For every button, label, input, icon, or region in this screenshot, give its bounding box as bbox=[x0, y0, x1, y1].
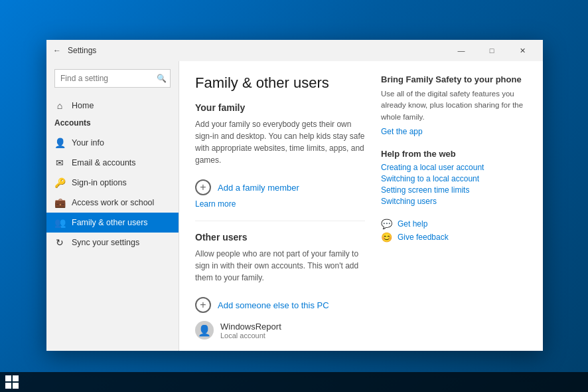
main-content: Family & other users Your family Add you… bbox=[179, 61, 543, 351]
add-family-button[interactable]: + Add a family member bbox=[195, 175, 365, 199]
home-icon: ⌂ bbox=[54, 100, 65, 111]
divider-1 bbox=[195, 221, 365, 221]
help-link-3[interactable]: Switching users bbox=[381, 197, 527, 206]
get-app-link[interactable]: Get the app bbox=[381, 127, 527, 136]
sidebar-label-family: Family & other users bbox=[72, 218, 148, 227]
maximize-button[interactable]: □ bbox=[477, 40, 507, 61]
sidebar-label-work: Access work or school bbox=[72, 198, 154, 207]
start-button[interactable] bbox=[5, 375, 19, 389]
sidebar-item-home[interactable]: ⌂ Home bbox=[46, 96, 179, 116]
settings-window: ← Settings — □ ✕ 🔍 ⌂ Home Accounts 👤 You… bbox=[46, 40, 543, 351]
sidebar-section-accounts: Accounts bbox=[46, 116, 179, 133]
window-controls: — □ ✕ bbox=[446, 40, 538, 61]
get-help-item[interactable]: 💬 Get help bbox=[381, 219, 527, 229]
family-safety-title: Bring Family Safety to your phone bbox=[381, 74, 527, 84]
title-bar-left: ← Settings bbox=[52, 45, 446, 56]
give-feedback-item[interactable]: 😊 Give feedback bbox=[381, 232, 527, 243]
add-user-icon: + bbox=[195, 297, 211, 313]
other-users-desc: Allow people who are not part of your fa… bbox=[195, 248, 365, 284]
sidebar-item-your-info[interactable]: 👤 Your info bbox=[46, 133, 179, 153]
key-icon: 🔑 bbox=[54, 177, 65, 188]
add-family-icon: + bbox=[195, 179, 211, 195]
sidebar-label-sync: Sync your settings bbox=[72, 238, 139, 247]
sidebar-label-your-info: Your info bbox=[72, 138, 104, 147]
search-input[interactable] bbox=[54, 69, 171, 88]
help-icon: 💬 bbox=[381, 219, 392, 229]
sidebar-label-home: Home bbox=[72, 101, 94, 110]
close-button[interactable]: ✕ bbox=[507, 40, 538, 61]
help-web-title: Help from the web bbox=[381, 149, 527, 159]
user-avatar: 👤 bbox=[195, 321, 214, 340]
minimize-button[interactable]: — bbox=[446, 40, 477, 61]
page-title: Family & other users bbox=[195, 74, 365, 92]
person-icon: 👤 bbox=[54, 138, 65, 148]
your-family-desc: Add your family so everybody gets their … bbox=[195, 118, 365, 166]
sidebar-item-sync[interactable]: ↻ Sync your settings bbox=[46, 233, 179, 252]
sidebar-item-email-accounts[interactable]: ✉ Email & accounts bbox=[46, 153, 179, 173]
sidebar-item-sign-in[interactable]: 🔑 Sign-in options bbox=[46, 173, 179, 193]
sync-icon: ↻ bbox=[54, 237, 65, 248]
sidebar-label-email: Email & accounts bbox=[72, 158, 136, 167]
learn-more-link[interactable]: Learn more bbox=[195, 199, 365, 209]
search-icon: 🔍 bbox=[157, 74, 167, 83]
feedback-icon: 😊 bbox=[381, 232, 392, 243]
user-type: Local account bbox=[220, 332, 281, 340]
help-link-2[interactable]: Setting screen time limits bbox=[381, 185, 527, 195]
help-link-0[interactable]: Creating a local user account bbox=[381, 163, 527, 172]
window-body: 🔍 ⌂ Home Accounts 👤 Your info ✉ Email & … bbox=[46, 61, 543, 351]
sidebar-item-work-school[interactable]: 💼 Access work or school bbox=[46, 193, 179, 213]
add-user-label: Add someone else to this PC bbox=[218, 300, 329, 310]
sidebar-item-family[interactable]: 👥 Family & other users bbox=[46, 213, 179, 233]
search-container: 🔍 bbox=[54, 69, 171, 88]
user-info: WindowsReport Local account bbox=[220, 322, 281, 340]
email-icon: ✉ bbox=[54, 157, 65, 168]
user-name: WindowsReport bbox=[220, 322, 281, 332]
other-users-title: Other users bbox=[195, 232, 365, 243]
add-family-label: Add a family member bbox=[218, 183, 299, 193]
sidebar: 🔍 ⌂ Home Accounts 👤 Your info ✉ Email & … bbox=[46, 61, 179, 351]
family-safety-desc: Use all of the digital safety features y… bbox=[381, 88, 527, 123]
family-icon: 👥 bbox=[54, 217, 65, 228]
right-panel: Bring Family Safety to your phone Use al… bbox=[381, 74, 527, 338]
window-title: Settings bbox=[68, 46, 96, 55]
briefcase-icon: 💼 bbox=[54, 197, 65, 208]
help-link-1[interactable]: Switching to a local account bbox=[381, 174, 527, 183]
taskbar bbox=[0, 372, 588, 392]
user-item-windowsreport[interactable]: 👤 WindowsReport Local account bbox=[195, 317, 365, 343]
add-user-button[interactable]: + Add someone else to this PC bbox=[195, 293, 365, 317]
give-feedback-link[interactable]: Give feedback bbox=[398, 233, 449, 242]
your-family-title: Your family bbox=[195, 102, 365, 113]
sidebar-label-sign-in: Sign-in options bbox=[72, 178, 127, 187]
main-left: Family & other users Your family Add you… bbox=[195, 74, 365, 338]
back-button[interactable]: ← bbox=[52, 45, 62, 56]
title-bar: ← Settings — □ ✕ bbox=[46, 40, 543, 61]
get-help-link[interactable]: Get help bbox=[398, 219, 427, 229]
